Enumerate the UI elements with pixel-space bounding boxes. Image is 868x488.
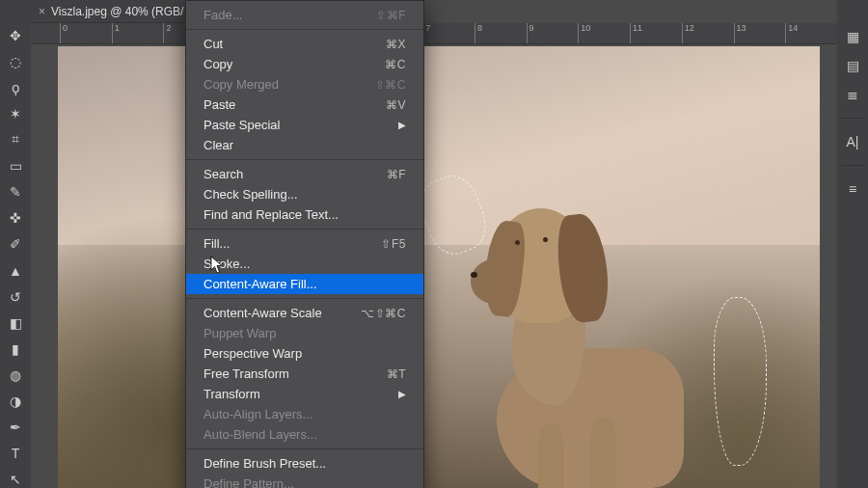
menu-item-label: Clear xyxy=(203,138,233,152)
menu-define-brush[interactable]: Define Brush Preset... xyxy=(186,453,423,474)
menu-shortcut: ⇧⌘F xyxy=(376,9,406,22)
history-brush-tool[interactable]: ↺ xyxy=(6,288,25,305)
menu-item-label: Search xyxy=(203,167,243,181)
canvas[interactable] xyxy=(58,46,820,488)
menu-define-pattern: Define Pattern... xyxy=(186,474,423,488)
type-tool[interactable]: T xyxy=(6,446,25,462)
menu-item-label: Define Pattern... xyxy=(203,476,294,488)
menu-auto-align: Auto-Align Layers... xyxy=(186,404,423,424)
horizontal-ruler: 01234567891011121314 xyxy=(31,23,837,44)
menu-check-spelling[interactable]: Check Spelling... xyxy=(186,184,423,204)
brush-tool[interactable]: ✐ xyxy=(6,236,25,253)
menu-paste[interactable]: Paste⌘V xyxy=(186,95,423,115)
crop-tool[interactable]: ⌗ xyxy=(6,131,25,148)
eraser-tool[interactable]: ◧ xyxy=(6,314,25,331)
frame-tool[interactable]: ▭ xyxy=(6,158,25,175)
left-toolbar: ✥◌ϙ✶⌗▭✎✜✐▲↺◧▮◍◑✒T↖ xyxy=(0,0,31,488)
menu-perspective-warp[interactable]: Perspective Warp xyxy=(186,343,423,364)
menu-item-label: Content-Aware Scale xyxy=(203,306,322,320)
menu-shortcut: ⇧⌘C xyxy=(375,78,406,92)
menu-shortcut: ⌥⇧⌘C xyxy=(361,307,406,320)
menu-item-label: Fade... xyxy=(203,8,242,22)
color-panel-icon[interactable]: ▦ xyxy=(843,27,862,46)
right-toolbar: ▦▤≣A|≡ xyxy=(837,0,868,488)
move-tool[interactable]: ✥ xyxy=(6,27,25,43)
submenu-arrow-icon: ▶ xyxy=(398,120,406,130)
glyphs-panel-icon[interactable]: A| xyxy=(843,132,862,151)
lasso-tool[interactable]: ϙ xyxy=(6,79,25,95)
menu-copy[interactable]: Copy⌘C xyxy=(186,54,423,74)
menu-find-replace[interactable]: Find and Replace Text... xyxy=(186,204,423,225)
tab-zoom: 40% xyxy=(125,5,149,18)
menu-puppet-warp: Puppet Warp xyxy=(186,323,423,343)
document-tab[interactable]: × Viszla.jpeg @ 40% ( RGB/ xyxy=(31,0,191,23)
menu-shortcut: ⌘F xyxy=(387,168,406,181)
menu-item-label: Auto-Align Layers... xyxy=(203,407,312,421)
menu-shortcut: ⌘T xyxy=(387,367,406,381)
menu-item-label: Copy xyxy=(203,57,232,71)
healing-brush-tool[interactable]: ✜ xyxy=(6,210,25,227)
menu-cut[interactable]: Cut⌘X xyxy=(186,34,423,54)
tab-mode: RGB/ xyxy=(155,5,183,18)
menu-separator xyxy=(186,29,423,30)
menu-copy-merged: Copy Merged⇧⌘C xyxy=(186,74,423,95)
menu-fill[interactable]: Fill...⇧F5 xyxy=(186,233,423,254)
menu-transform[interactable]: Transform▶ xyxy=(186,384,423,404)
menu-auto-blend: Auto-Blend Layers... xyxy=(186,424,423,445)
menu-item-label: Transform xyxy=(203,387,260,401)
menu-paste-special[interactable]: Paste Special▶ xyxy=(186,115,423,135)
menu-fade: Fade...⇧⌘F xyxy=(186,5,423,25)
eyedropper-tool[interactable]: ✎ xyxy=(6,184,25,201)
menu-item-label: Find and Replace Text... xyxy=(203,207,339,222)
menu-item-label: Auto-Blend Layers... xyxy=(203,427,317,442)
menu-item-label: Copy Merged xyxy=(203,77,279,92)
close-icon[interactable]: × xyxy=(39,5,45,18)
menu-item-label: Define Brush Preset... xyxy=(203,456,326,471)
menu-separator xyxy=(186,159,423,160)
menu-search[interactable]: Search⌘F xyxy=(186,164,423,184)
menu-item-label: Content-Aware Fill... xyxy=(203,277,317,291)
tab-filename: Viszla.jpeg xyxy=(51,5,107,18)
menu-item-label: Puppet Warp xyxy=(203,326,276,340)
clone-stamp-tool[interactable]: ▲ xyxy=(6,262,25,279)
menu-shortcut: ⇧F5 xyxy=(381,237,406,251)
menu-content-aware-scale[interactable]: Content-Aware Scale⌥⇧⌘C xyxy=(186,303,423,323)
gradient-tool[interactable]: ▮ xyxy=(6,340,25,357)
pen-tool[interactable]: ✒ xyxy=(6,420,25,436)
menu-item-label: Cut xyxy=(203,37,223,51)
menu-shortcut: ⌘X xyxy=(386,38,406,51)
styles-panel-icon[interactable]: ≣ xyxy=(843,85,862,104)
menu-item-label: Paste xyxy=(203,97,235,112)
menu-stroke[interactable]: Stroke... xyxy=(186,254,423,274)
selection-marquee-2[interactable] xyxy=(714,297,767,466)
menu-separator xyxy=(186,298,423,299)
marquee-tool[interactable]: ◌ xyxy=(6,53,25,69)
menu-content-aware-fill[interactable]: Content-Aware Fill... xyxy=(186,274,423,294)
menu-item-label: Paste Special xyxy=(203,118,281,132)
menu-item-label: Free Transform xyxy=(203,366,289,381)
menu-item-label: Perspective Warp xyxy=(203,346,302,361)
menu-shortcut: ⌘V xyxy=(386,98,406,112)
menu-clear[interactable]: Clear xyxy=(186,135,423,155)
menu-separator xyxy=(186,448,423,449)
menu-separator xyxy=(186,229,423,230)
blur-tool[interactable]: ◍ xyxy=(6,366,25,383)
menu-item-label: Stroke... xyxy=(203,257,250,271)
dodge-tool[interactable]: ◑ xyxy=(6,393,25,410)
path-selection-tool[interactable]: ↖ xyxy=(6,472,25,488)
submenu-arrow-icon: ▶ xyxy=(398,389,406,399)
magic-wand-tool[interactable]: ✶ xyxy=(6,105,25,122)
menu-free-transform[interactable]: Free Transform⌘T xyxy=(186,364,423,384)
history-panel-icon[interactable]: ≡ xyxy=(843,179,862,199)
menu-shortcut: ⌘C xyxy=(385,58,406,71)
menu-item-label: Check Spelling... xyxy=(203,187,298,202)
menu-item-label: Fill... xyxy=(203,236,230,251)
edit-menu: Fade...⇧⌘FCut⌘XCopy⌘CCopy Merged⇧⌘CPaste… xyxy=(185,0,424,488)
swatches-panel-icon[interactable]: ▤ xyxy=(843,56,862,75)
